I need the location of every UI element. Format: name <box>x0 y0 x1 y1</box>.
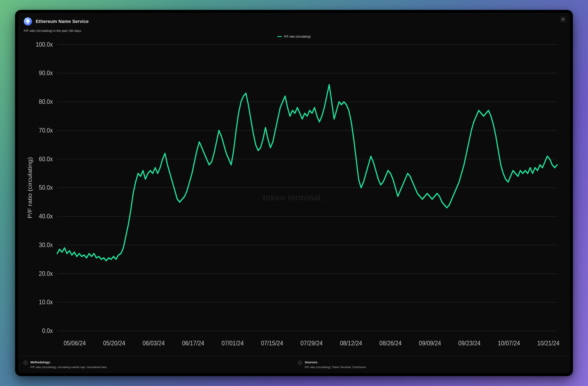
project-logo <box>24 17 32 26</box>
svg-text:07/29/24: 07/29/24 <box>300 339 322 347</box>
header: Ethereum Name Service ✕ <box>18 13 570 27</box>
chart-area: token terminal_ 0.0x10.0x20.0x30.0x40.0x… <box>18 39 570 356</box>
svg-text:07/01/24: 07/01/24 <box>221 339 244 347</box>
svg-text:05/06/24: 05/06/24 <box>64 339 86 347</box>
line-chart[interactable]: 0.0x10.0x20.0x30.0x40.0x50.0x60.0x70.0x8… <box>22 39 566 356</box>
svg-text:50.0x: 50.0x <box>39 184 53 191</box>
app-screen: Ethereum Name Service ✕ P/F ratio (circu… <box>18 13 570 373</box>
svg-text:08/12/24: 08/12/24 <box>340 339 362 347</box>
svg-text:40.0x: 40.0x <box>39 212 53 220</box>
info-icon: i <box>24 361 27 365</box>
svg-text:30.0x: 30.0x <box>39 241 53 248</box>
chart-subtitle: P/F ratio (circulating) in the past 180 … <box>18 27 570 34</box>
svg-text:100.0x: 100.0x <box>36 41 53 48</box>
legend-swatch <box>277 36 282 37</box>
svg-text:09/23/24: 09/23/24 <box>458 339 480 347</box>
chart-legend: P/F ratio (circulating) <box>18 34 570 39</box>
close-button[interactable]: ✕ <box>560 17 566 22</box>
svg-text:05/20/24: 05/20/24 <box>103 339 125 347</box>
sources-label: Sources: <box>305 360 366 364</box>
device-frame: Ethereum Name Service ✕ P/F ratio (circu… <box>15 10 573 376</box>
legend-label: P/F ratio (circulating) <box>284 35 311 38</box>
svg-text:90.0x: 90.0x <box>39 69 53 76</box>
methodology-label: Methodology: <box>30 360 107 364</box>
svg-text:10/21/24: 10/21/24 <box>537 339 559 347</box>
svg-text:70.0x: 70.0x <box>39 127 53 134</box>
svg-text:10.0x: 10.0x <box>39 298 53 306</box>
footer: i Methodology: P/F ratio (circulating): … <box>18 356 570 373</box>
svg-text:60.0x: 60.0x <box>39 155 53 162</box>
sources-text: P/F ratio (circulating): Token Terminal,… <box>305 366 366 369</box>
info-icon: i <box>298 361 302 365</box>
svg-marker-0 <box>26 19 30 22</box>
svg-text:80.0x: 80.0x <box>39 98 53 105</box>
svg-text:P/F ratio (circulating): P/F ratio (circulating) <box>27 157 33 218</box>
svg-text:08/26/24: 08/26/24 <box>379 339 401 347</box>
methodology-block: i Methodology: P/F ratio (circulating): … <box>24 360 290 369</box>
ethereum-diamond-icon <box>26 19 30 24</box>
page-title: Ethereum Name Service <box>36 19 89 24</box>
svg-text:07/15/24: 07/15/24 <box>261 339 283 347</box>
svg-text:10/07/24: 10/07/24 <box>498 339 520 347</box>
methodology-text: P/F ratio (circulating): circulating mar… <box>30 366 107 369</box>
svg-text:06/17/24: 06/17/24 <box>182 339 204 347</box>
svg-text:20.0x: 20.0x <box>39 270 53 277</box>
svg-text:06/03/24: 06/03/24 <box>143 339 165 347</box>
svg-text:0.0x: 0.0x <box>42 327 53 334</box>
sources-block: i Sources: P/F ratio (circulating): Toke… <box>298 360 564 369</box>
svg-text:09/09/24: 09/09/24 <box>419 339 441 347</box>
close-icon: ✕ <box>562 18 565 21</box>
